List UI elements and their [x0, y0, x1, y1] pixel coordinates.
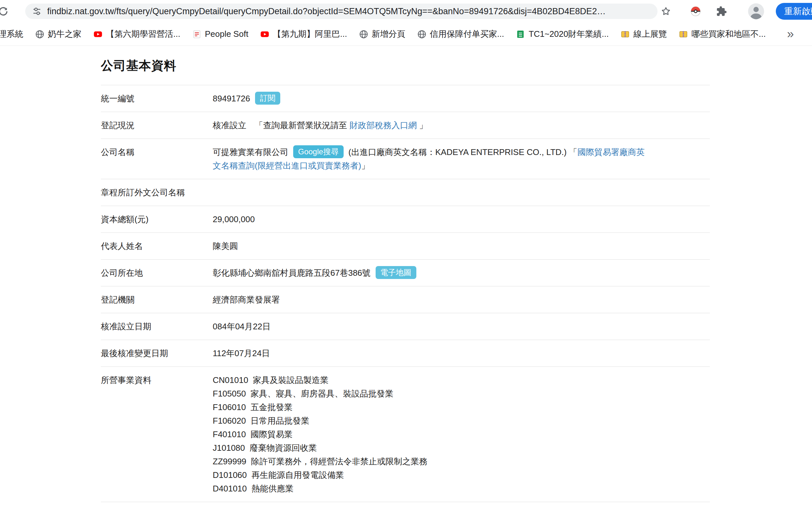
value-text: 陳美圓: [213, 241, 238, 251]
profile-avatar[interactable]: [747, 3, 765, 20]
site-info-icon[interactable]: [32, 6, 42, 16]
row-value: 經濟部商業發展署: [213, 293, 710, 306]
bookmarks-bar: » 理系統奶牛之家【第六期學習營活...People Soft【第九期】阿里巴.…: [0, 23, 812, 46]
bookmark-label: 哪些買家和地區不...: [691, 28, 766, 40]
row-label: 章程所訂外文公司名稱: [101, 186, 213, 199]
bookmark-label: 理系統: [0, 28, 23, 40]
value-text: 核准設立 「查詢最新營業狀況請至: [213, 121, 349, 130]
youtube-icon: [260, 29, 269, 39]
inline-link[interactable]: 財政部稅務入口網: [349, 121, 417, 130]
row-label: 登記現況: [101, 119, 213, 132]
badge-button[interactable]: Google搜尋: [293, 145, 343, 158]
row-value: 陳美圓: [213, 239, 710, 253]
badge-button[interactable]: 訂閱: [255, 92, 280, 105]
row-value: 112年07月24日: [213, 346, 710, 360]
bookmark-item[interactable]: People Soft: [192, 29, 248, 39]
value-text: 」: [417, 121, 427, 130]
value-text: ZZ99999 除許可業務外，得經營法令非禁止或限制之業務: [213, 457, 428, 466]
value-text: 」: [361, 161, 369, 170]
value-text: D101060 再生能源自用發電設備業: [213, 470, 344, 480]
bookmark-label: 【第六期學習營活...: [106, 28, 181, 40]
row-value: 可提雅實業有限公司 Google搜尋 (出進口廠商英文名稱：KADEYA ENT…: [213, 145, 710, 172]
table-row: 公司所在地彰化縣埔心鄉南舘村員鹿路五段67巷386號 電子地圖: [101, 260, 710, 287]
row-label: 所營事業資料: [101, 373, 213, 495]
reload-icon[interactable]: [0, 4, 11, 19]
table-row: 最後核准變更日期112年07月24日: [101, 340, 710, 367]
globe-icon: [35, 29, 44, 39]
bookmark-item[interactable]: 新增分頁: [359, 28, 405, 40]
restart-button[interactable]: 重新啟動: [776, 3, 812, 20]
bookmark-label: TC1~2020財年業績...: [529, 28, 609, 40]
row-label: 最後核准變更日期: [101, 346, 213, 360]
value-text: D401010 熱能供應業: [213, 484, 294, 493]
bookmark-label: 線上展覽: [633, 28, 667, 40]
bookmark-label: 【第九期】阿里巴...: [273, 28, 347, 40]
value-text: F105050 家具、寢具、廚房器具、裝設品批發業: [213, 389, 393, 398]
bookmark-item[interactable]: TC1~2020財年業績...: [515, 28, 609, 40]
bookmark-item[interactable]: 【第六期學習營活...: [93, 28, 181, 40]
badge-button[interactable]: 電子地圖: [376, 266, 416, 279]
bookmark-item[interactable]: 【第九期】阿里巴...: [260, 28, 347, 40]
table-row: 登記現況核准設立 「查詢最新營業狀況請至 財政部稅務入口網 」: [101, 112, 710, 139]
pokeball-extension-icon[interactable]: [688, 4, 703, 19]
row-label: 統一編號: [101, 92, 213, 105]
row-label: 核准設立日期: [101, 320, 213, 333]
bookmark-item[interactable]: 信用保障付单买家...: [417, 28, 504, 40]
value-text: 29,000,000: [213, 214, 255, 224]
bookmark-label: 信用保障付单买家...: [430, 28, 504, 40]
page-content: 公司基本資料 統一編號89491726 訂閱登記現況核准設立 「查詢最新營業狀況…: [0, 46, 812, 502]
bookmark-item[interactable]: 線上展覽: [620, 28, 667, 40]
youtube-icon: [93, 29, 103, 39]
url-bar[interactable]: findbiz.nat.gov.tw/fts/query/QueryCmpyDe…: [25, 4, 658, 19]
value-text: (出進口廠商英文名稱：KADEYA ENTERPRISE CO., LTD.) …: [346, 147, 578, 157]
doc-icon: [192, 29, 202, 39]
bookmark-item[interactable]: 奶牛之家: [35, 28, 82, 40]
value-text: F106020 日常用品批發業: [213, 416, 309, 426]
row-value: 084年04月22日: [213, 320, 710, 333]
sheet-icon: [515, 29, 525, 39]
value-text: F106010 五金批發業: [213, 402, 293, 412]
bookmark-star-icon[interactable]: [658, 4, 674, 19]
row-label: 公司所在地: [101, 266, 213, 280]
value-text: 彰化縣埔心鄉南舘村員鹿路五段67巷386號: [213, 268, 373, 278]
table-row: 資本總額(元)29,000,000: [101, 206, 710, 233]
row-value: 29,000,000: [213, 212, 710, 226]
value-text: 可提雅實業有限公司: [213, 147, 291, 157]
value-text: 89491726: [213, 94, 252, 103]
extensions-puzzle-icon[interactable]: [714, 4, 729, 19]
table-row: 登記機關經濟部商業發展署: [101, 287, 710, 313]
value-text: CN01010 家具及裝設品製造業: [213, 375, 328, 385]
inline-link[interactable]: 文名稱查詢(限經營出進口或買賣業務者): [213, 161, 361, 170]
row-value: CN01010 家具及裝設品製造業F105050 家具、寢具、廚房器具、裝設品批…: [213, 373, 710, 495]
url-text: findbiz.nat.gov.tw/fts/query/QueryCmpyDe…: [47, 6, 651, 16]
table-row: 公司名稱可提雅實業有限公司 Google搜尋 (出進口廠商英文名稱：KADEYA…: [101, 139, 710, 179]
page-title: 公司基本資料: [101, 57, 812, 74]
inline-link[interactable]: 國際貿易署廠商英: [577, 147, 645, 157]
value-text: F401010 國際貿易業: [213, 430, 293, 439]
bookmark-label: 奶牛之家: [48, 28, 82, 40]
bookmark-label: 新增分頁: [372, 28, 405, 40]
table-row: 核准設立日期084年04月22日: [101, 313, 710, 340]
company-table: 統一編號89491726 訂閱登記現況核准設立 「查詢最新營業狀況請至 財政部稅…: [101, 85, 710, 502]
row-label: 公司名稱: [101, 145, 213, 172]
bookmark-item[interactable]: 理系統: [0, 28, 23, 40]
table-row: 章程所訂外文公司名稱: [101, 179, 710, 206]
row-label: 登記機關: [101, 293, 213, 306]
browser-toolbar: findbiz.nat.gov.tw/fts/query/QueryCmpyDe…: [0, 0, 812, 23]
row-value: [213, 186, 710, 199]
table-row: 統一編號89491726 訂閱: [101, 85, 710, 112]
globe-icon: [417, 29, 427, 39]
value-text: J101080 廢棄物資源回收業: [213, 443, 317, 453]
row-label: 資本總額(元): [101, 212, 213, 226]
bookmark-item[interactable]: 哪些買家和地區不...: [679, 28, 766, 40]
globe-icon: [359, 29, 368, 39]
archive-icon: [620, 29, 630, 39]
value-text: 經濟部商業發展署: [213, 295, 280, 305]
row-value: 彰化縣埔心鄉南舘村員鹿路五段67巷386號 電子地圖: [213, 266, 710, 280]
bookmarks-overflow-chevron-icon[interactable]: »: [787, 27, 794, 41]
value-text: 112年07月24日: [213, 348, 270, 358]
row-value: 89491726 訂閱: [213, 92, 710, 105]
bookmark-label: People Soft: [205, 29, 248, 39]
row-value: 核准設立 「查詢最新營業狀況請至 財政部稅務入口網 」: [213, 119, 710, 132]
table-row: 代表人姓名陳美圓: [101, 233, 710, 260]
